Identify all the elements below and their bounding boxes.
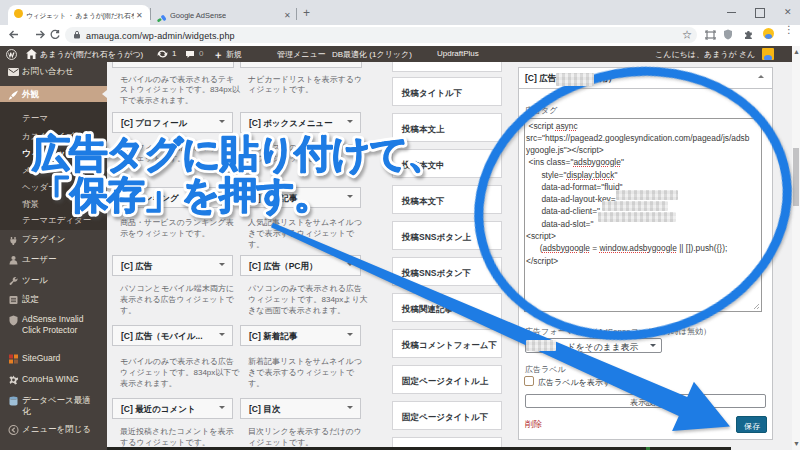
svg-text:「保存」を押す。: 「保存」を押す。: [33, 173, 331, 216]
svg-text:広告タグに貼り付けて、: 広告タグに貼り付けて、: [31, 132, 444, 175]
